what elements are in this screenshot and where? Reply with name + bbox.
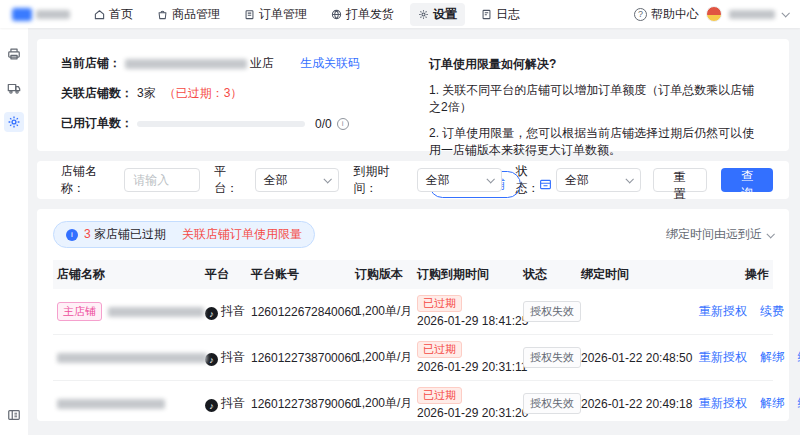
status-filter-label: 状态：	[516, 163, 550, 197]
nav-label: 订单管理	[259, 6, 307, 23]
shop-name-suffix: 业店	[250, 55, 274, 72]
nav-label: 打单发货	[346, 6, 394, 23]
clipboard-icon	[244, 9, 255, 20]
chevron-down-icon	[324, 175, 332, 183]
platform-select-value: 全部	[264, 172, 288, 189]
bag-icon	[157, 9, 168, 20]
chevron-down-icon[interactable]	[781, 9, 789, 17]
platform-account: 1260122738700060	[247, 335, 351, 381]
help-center[interactable]: ? 帮助中心	[634, 6, 699, 23]
table-row: 主店铺 ♪抖音 1260122672840060 1,200单/月 已过期202…	[53, 289, 773, 335]
nav-item-logs[interactable]: 日志	[473, 3, 528, 26]
filter-bar: 店铺名称： 平台： 全部 到期时间： 全部 状态： 全部 重 置 查 询	[37, 161, 789, 199]
reauthorize-link[interactable]: 重新授权	[699, 350, 747, 364]
linked-shops-label: 关联店铺数：	[61, 85, 133, 102]
help-label: 帮助中心	[651, 6, 699, 23]
info-icon[interactable]: i	[337, 118, 349, 130]
bind-time: 2026-01-22 20:49:18	[577, 381, 685, 427]
col-account: 平台账号	[247, 260, 351, 289]
col-shop-name: 店铺名称	[53, 260, 201, 289]
linked-shops-count: 3家	[137, 85, 156, 102]
top-navbar: 首页 商品管理 订单管理 打单发货 设置 日志 ? 帮助中心	[0, 0, 800, 28]
reset-button[interactable]: 重 置	[653, 168, 707, 192]
expire-filter-label: 到期时间：	[353, 163, 410, 197]
search-button[interactable]: 查 询	[721, 168, 773, 192]
used-orders-value: 0/0	[315, 117, 332, 131]
print-ship-icon	[331, 9, 342, 20]
generate-code-link[interactable]: 生成关联码	[300, 55, 360, 72]
chevron-down-icon	[486, 175, 494, 183]
faq-line-1: 1. 关联不同平台的店铺可以增加订单额度（订单总数乘以店铺之2倍）	[429, 82, 765, 116]
nav-item-settings[interactable]: 设置	[410, 3, 465, 26]
shops-table-card: i 3 家店铺已过期 关联店铺订单使用限量 绑定时间由远到近 店铺名称	[37, 209, 789, 421]
plan-version: 1,200单/月	[351, 289, 413, 335]
chevron-down-icon	[766, 230, 774, 238]
expire-time: 2026-01-29 20:31:11	[417, 360, 528, 374]
avatar[interactable]	[706, 6, 722, 22]
douyin-icon: ♪	[205, 307, 218, 320]
unbind-link[interactable]: 解绑	[760, 350, 784, 364]
nav-label: 首页	[109, 6, 133, 23]
info-icon: i	[66, 229, 78, 241]
shop-name-redacted	[108, 307, 204, 317]
renew-link[interactable]: 续费	[760, 304, 784, 318]
nav-label: 设置	[433, 6, 457, 23]
banner-limit-link[interactable]: 关联店铺订单使用限量	[182, 226, 302, 243]
col-expire-time: 订购到期时间	[413, 260, 519, 289]
username-redacted	[729, 10, 775, 19]
platform-select[interactable]: 全部	[255, 168, 340, 192]
bind-time	[577, 289, 685, 335]
chevron-down-icon	[625, 175, 633, 183]
reauthorize-link[interactable]: 重新授权	[699, 304, 747, 318]
sidebar-item-print[interactable]	[4, 44, 24, 64]
bind-time: 2026-01-22 20:48:50	[577, 335, 685, 381]
sort-label: 绑定时间由远到近	[666, 226, 762, 243]
nav-item-products[interactable]: 商品管理	[149, 3, 228, 26]
unbind-link[interactable]: 解绑	[760, 396, 784, 410]
sidebar-item-settings[interactable]	[4, 112, 24, 132]
shop-name-redacted	[57, 399, 165, 409]
expired-badge: 已过期	[417, 295, 462, 312]
shop-name-redacted	[125, 59, 247, 69]
platform-account: 1260122738790060	[247, 381, 351, 427]
sidebar-item-delivery[interactable]	[4, 78, 24, 98]
douyin-icon: ♪	[205, 399, 218, 412]
expire-time: 2026-01-29 20:31:20	[417, 406, 528, 420]
logo-mark	[12, 8, 32, 21]
platform-name: 抖音	[221, 396, 245, 410]
shops-table: 店铺名称 平台 平台账号 订购版本 订购到期时间 状态 绑定时间 操作 主店铺 …	[53, 260, 773, 426]
col-status: 状态	[519, 260, 577, 289]
used-orders-label: 已用订单数：	[61, 115, 133, 132]
expired-banner: i 3 家店铺已过期 关联店铺订单使用限量	[53, 221, 315, 248]
main-nav: 首页 商品管理 订单管理 打单发货 设置 日志	[86, 3, 528, 26]
nav-item-orders[interactable]: 订单管理	[236, 3, 315, 26]
sort-order-dropdown[interactable]: 绑定时间由远到近	[666, 226, 773, 243]
expire-select[interactable]: 全部	[417, 168, 502, 192]
logo-text-redacted	[36, 10, 70, 19]
platform-account: 1260122672840060	[247, 289, 351, 335]
col-actions: 操作	[685, 260, 773, 289]
expired-badge: 已过期	[417, 387, 462, 404]
expired-badge: 已过期	[417, 341, 462, 358]
nav-label: 商品管理	[172, 6, 220, 23]
col-bind-time: 绑定时间	[577, 260, 685, 289]
orders-progress-bar	[137, 121, 305, 127]
col-version: 订购版本	[351, 260, 413, 289]
collapse-menu-icon[interactable]	[4, 405, 24, 425]
banner-count: 3	[84, 227, 91, 241]
nav-item-home[interactable]: 首页	[86, 3, 141, 26]
reauthorize-link[interactable]: 重新授权	[699, 396, 747, 410]
status-badge: 授权失效	[523, 301, 581, 322]
main-shop-badge: 主店铺	[57, 302, 102, 321]
plan-version: 1,200单/月	[351, 335, 413, 381]
side-rail	[0, 28, 28, 435]
faq-line-2: 2. 订单使用限量，您可以根据当前店铺选择过期后仍然可以使用一店铺版本来获得更大…	[429, 125, 765, 159]
platform-name: 抖音	[221, 350, 245, 364]
status-select[interactable]: 全部	[556, 168, 641, 192]
nav-item-shipping[interactable]: 打单发货	[323, 3, 402, 26]
faq-title: 订单使用限量如何解决?	[429, 56, 765, 73]
table-row: ♪抖音 1260122738700060 1,200单/月 已过期2026-01…	[53, 335, 773, 381]
shop-name-input[interactable]	[124, 168, 200, 192]
current-shop-label: 当前店铺：	[61, 55, 121, 72]
banner-text: 家店铺已过期	[94, 227, 166, 241]
